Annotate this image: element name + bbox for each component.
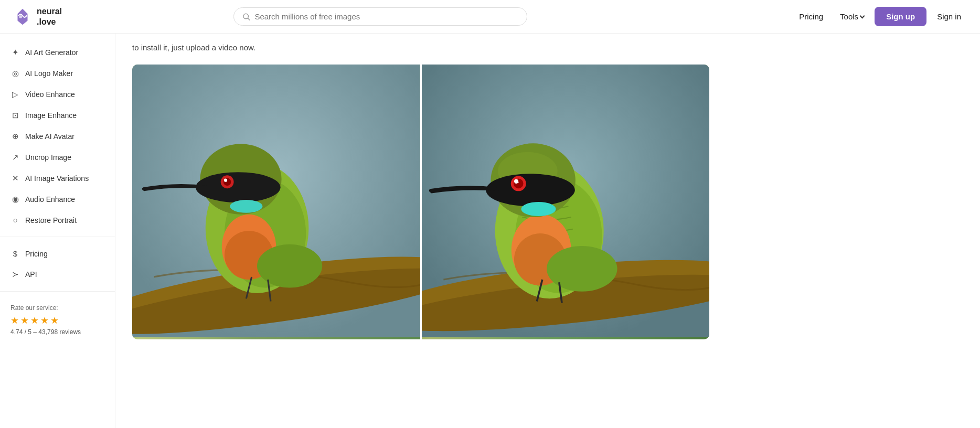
svg-line-2 — [248, 18, 250, 19]
sidebar-bottom-items: $ Pricing ≻ API — [0, 243, 115, 285]
uncrop-image-icon: ↗ — [10, 153, 20, 162]
audio-enhance-icon: ◉ — [10, 195, 20, 204]
sidebar-item-ai-image-variations[interactable]: ✕ AI Image Variations — [0, 168, 115, 189]
svg-point-28 — [486, 174, 575, 206]
top-text: to install it, just upload a video now. — [132, 42, 963, 54]
restore-portrait-icon: ○ — [10, 216, 20, 224]
nav-tools-dropdown[interactable]: Tools — [834, 8, 870, 25]
sidebar-label-make-ai-avatar: Make AI Avatar — [25, 132, 74, 141]
make-ai-avatar-icon: ⊕ — [10, 132, 20, 141]
logo-text: neural.love — [37, 6, 62, 26]
bird-image-right — [422, 65, 710, 337]
ai-logo-maker-icon: ◎ — [10, 69, 20, 78]
sidebar: ✦ AI Art Generator ◎ AI Logo Maker ▷ Vid… — [0, 34, 115, 356]
image-compare — [132, 65, 709, 339]
svg-point-16 — [257, 244, 322, 287]
sidebar-divider-2 — [0, 291, 115, 292]
sidebar-label-ai-logo-maker: AI Logo Maker — [25, 69, 73, 78]
svg-point-11 — [196, 172, 280, 202]
sidebar-label-uncrop-image: Uncrop Image — [25, 153, 71, 162]
rating-label: Rate our service: — [10, 304, 104, 312]
svg-point-12 — [230, 199, 262, 212]
search-input[interactable] — [254, 12, 518, 21]
sidebar-label-audio-enhance: Audio Enhance — [25, 195, 75, 204]
chevron-down-icon — [860, 14, 865, 19]
svg-point-15 — [224, 178, 227, 181]
header: neural.love Pricing Tools Sign up Sign i… — [0, 0, 980, 34]
pricing-icon: $ — [10, 249, 20, 258]
sidebar-item-make-ai-avatar[interactable]: ⊕ Make AI Avatar — [0, 126, 115, 147]
sidebar-item-pricing[interactable]: $ Pricing — [0, 243, 115, 264]
nav-pricing-link[interactable]: Pricing — [793, 8, 829, 25]
image-panel-right — [420, 65, 710, 339]
sidebar-item-ai-art-generator[interactable]: ✦ AI Art Generator — [0, 42, 115, 63]
layout: ✦ AI Art Generator ◎ AI Logo Maker ▷ Vid… — [0, 34, 980, 356]
svg-point-34 — [547, 245, 617, 291]
svg-point-29 — [521, 202, 556, 216]
sidebar-label-ai-image-variations: AI Image Variations — [25, 174, 89, 183]
sidebar-label-api: API — [25, 270, 37, 279]
sidebar-item-uncrop-image[interactable]: ↗ Uncrop Image — [0, 147, 115, 168]
sidebar-item-audio-enhance[interactable]: ◉ Audio Enhance — [0, 189, 115, 210]
svg-point-33 — [517, 181, 518, 183]
signin-button[interactable]: Sign in — [931, 8, 967, 25]
sidebar-label-pricing: Pricing — [25, 250, 48, 258]
star-2: ★ — [20, 315, 29, 326]
search-icon — [242, 13, 250, 21]
star-4: ★ — [40, 315, 49, 326]
star-3: ★ — [30, 315, 39, 326]
main-content: to install it, just upload a video now. — [115, 34, 980, 356]
sidebar-item-image-enhance[interactable]: ⊡ Image Enhance — [0, 105, 115, 126]
search-bar[interactable] — [233, 7, 527, 26]
sidebar-label-restore-portrait: Restore Portrait — [25, 216, 77, 224]
sidebar-label-image-enhance: Image Enhance — [25, 111, 77, 120]
sidebar-divider — [0, 237, 115, 237]
star-1: ★ — [10, 315, 19, 326]
ai-art-generator-icon: ✦ — [10, 48, 20, 57]
image-enhance-icon: ⊡ — [10, 111, 20, 120]
video-enhance-icon: ▷ — [10, 90, 20, 99]
sidebar-rating: Rate our service: ★★★★★ 4.74 / 5 – 43,79… — [0, 298, 115, 342]
logo-icon — [13, 7, 33, 27]
header-nav: Pricing Tools Sign up Sign in — [793, 7, 967, 26]
bird-image-left — [132, 65, 420, 337]
sidebar-label-video-enhance: Video Enhance — [25, 90, 75, 99]
star-5: ★ — [50, 315, 59, 326]
logo[interactable]: neural.love — [13, 6, 97, 26]
rating-text: 4.74 / 5 – 43,798 reviews — [10, 328, 104, 336]
svg-point-0 — [19, 15, 22, 18]
sidebar-items: ✦ AI Art Generator ◎ AI Logo Maker ▷ Vid… — [0, 42, 115, 230]
image-panel-left — [132, 65, 420, 339]
sidebar-item-api[interactable]: ≻ API — [0, 264, 115, 285]
signup-button[interactable]: Sign up — [875, 7, 926, 26]
sidebar-item-restore-portrait[interactable]: ○ Restore Portrait — [0, 210, 115, 230]
sidebar-label-ai-art-generator: AI Art Generator — [25, 48, 78, 57]
ai-image-variations-icon: ✕ — [10, 174, 20, 183]
api-icon: ≻ — [10, 270, 20, 279]
sidebar-item-ai-logo-maker[interactable]: ◎ AI Logo Maker — [0, 63, 115, 84]
stars-container: ★★★★★ — [10, 315, 104, 326]
content-area: to install it, just upload a video now. — [115, 34, 980, 356]
sidebar-item-video-enhance[interactable]: ▷ Video Enhance — [0, 84, 115, 105]
